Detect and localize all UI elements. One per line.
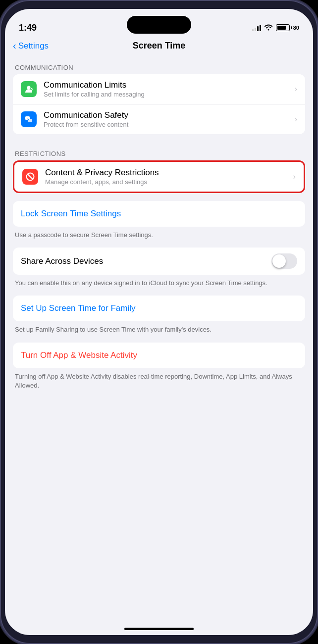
share-devices-description: You can enable this on any device signed…: [5, 275, 313, 294]
dynamic-island: [127, 16, 191, 34]
lock-screen-time-group: Lock Screen Time Settings: [13, 201, 305, 227]
share-devices-group: Share Across Devices: [13, 248, 305, 275]
content-privacy-chevron-icon: ›: [293, 172, 296, 181]
share-devices-label: Share Across Devices: [21, 256, 271, 266]
communication-limits-chevron-icon: ›: [295, 85, 297, 94]
svg-line-4: [28, 174, 33, 179]
communication-safety-row[interactable]: Communication Safety Protect from sensit…: [13, 104, 305, 134]
communication-limits-row[interactable]: Communication Limits Set limits for call…: [13, 74, 305, 104]
phone-screen: 1:49: [5, 9, 313, 635]
status-time: 1:49: [19, 23, 37, 33]
set-up-family-label: Set Up Screen Time for Family: [21, 303, 135, 313]
share-devices-row: Share Across Devices: [13, 248, 305, 275]
turn-off-description: Turning off App & Website Activity disab…: [5, 368, 313, 396]
toggle-knob: [272, 254, 286, 268]
turn-off-group: Turn Off App & Website Activity: [13, 343, 305, 368]
content-privacy-text: Content & Privacy Restrictions Manage co…: [45, 168, 289, 186]
turn-off-row[interactable]: Turn Off App & Website Activity: [13, 343, 305, 368]
battery-icon: [276, 24, 290, 31]
content-privacy-subtitle: Manage content, apps, and settings: [45, 178, 289, 186]
lock-screen-time-label: Lock Screen Time Settings: [21, 209, 121, 218]
back-button[interactable]: ‹ Settings: [13, 40, 49, 51]
wifi-icon: [264, 24, 273, 32]
content-privacy-highlighted-row[interactable]: Content & Privacy Restrictions Manage co…: [13, 160, 305, 193]
communication-safety-title: Communication Safety: [44, 110, 291, 120]
page-title: Screen Time: [133, 41, 186, 51]
communication-safety-subtitle: Protect from sensitive content: [44, 121, 291, 128]
svg-point-0: [27, 86, 31, 90]
communication-safety-icon: [21, 111, 37, 127]
communication-safety-text: Communication Safety Protect from sensit…: [44, 110, 291, 128]
turn-off-label: Turn Off App & Website Activity: [21, 350, 137, 360]
phone-frame: 1:49: [0, 0, 318, 644]
content-privacy-title: Content & Privacy Restrictions: [45, 168, 289, 178]
content-privacy-row[interactable]: Content & Privacy Restrictions Manage co…: [14, 162, 304, 192]
home-indicator: [124, 628, 194, 630]
communication-limits-text: Communication Limits Set limits for call…: [44, 80, 291, 98]
battery-container: 80: [276, 24, 299, 31]
communication-limits-title: Communication Limits: [44, 80, 291, 90]
status-icons: 80: [252, 24, 299, 32]
lock-screen-time-row[interactable]: Lock Screen Time Settings: [13, 201, 305, 227]
set-up-family-description: Set up Family Sharing to use Screen Time…: [5, 321, 313, 340]
communication-group: Communication Limits Set limits for call…: [13, 74, 305, 134]
scroll-content: COMMUNICATION Communication Limits Set l…: [5, 56, 313, 623]
battery-level: 80: [293, 25, 299, 31]
restrictions-section-header: RESTRICTIONS: [5, 142, 313, 160]
communication-limits-subtitle: Set limits for calling and messaging: [44, 91, 291, 98]
communication-section-header: COMMUNICATION: [5, 56, 313, 74]
share-devices-toggle[interactable]: [271, 253, 297, 269]
back-chevron-icon: ‹: [13, 40, 16, 51]
communication-safety-chevron-icon: ›: [295, 115, 297, 124]
content-privacy-icon: [22, 169, 38, 185]
signal-bars-icon: [252, 24, 261, 31]
lock-screen-time-description: Use a passcode to secure Screen Time set…: [5, 227, 313, 246]
communication-limits-icon: [21, 81, 37, 97]
set-up-family-group: Set Up Screen Time for Family: [13, 296, 305, 321]
back-label: Settings: [18, 41, 49, 51]
set-up-family-row[interactable]: Set Up Screen Time for Family: [13, 296, 305, 321]
nav-bar: ‹ Settings Screen Time: [5, 38, 313, 56]
